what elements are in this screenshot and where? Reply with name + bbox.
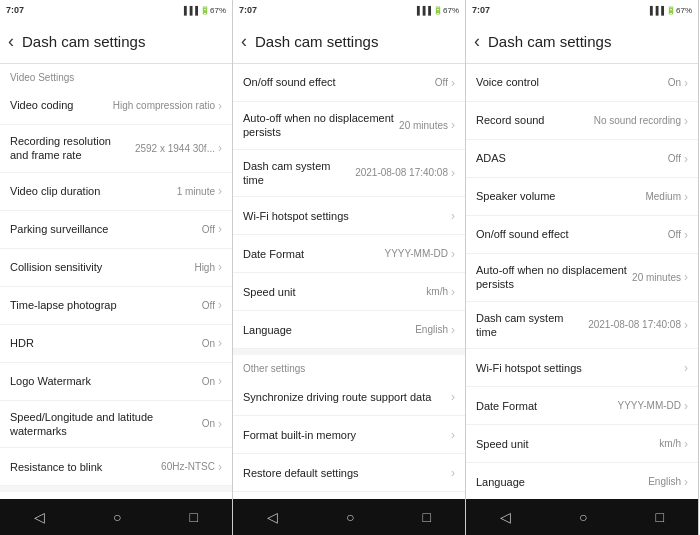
nav-recent-2[interactable]: □ <box>423 509 431 525</box>
list-item[interactable]: Logo Watermark On› <box>0 363 232 401</box>
section-label-system: System Settings <box>0 492 232 499</box>
nav-home-3[interactable]: ○ <box>579 509 587 525</box>
nav-back-3[interactable]: ◁ <box>500 509 511 525</box>
status-icons-3: ▐▐▐ 🔋67% <box>647 6 692 15</box>
list-item[interactable]: Wi-Fi hotspot settings › <box>466 349 698 387</box>
list-item[interactable]: On/off sound effect Off› <box>466 216 698 254</box>
nav-recent-3[interactable]: □ <box>656 509 664 525</box>
section-label-video: Video Settings <box>0 64 232 87</box>
nav-home-2[interactable]: ○ <box>346 509 354 525</box>
nav-bar-1: ◁ ○ □ <box>0 499 232 535</box>
list-item[interactable]: Resistance to blink 60Hz-NTSC› <box>0 448 232 486</box>
settings-list-3: Voice control On› Record sound No sound … <box>466 64 698 499</box>
list-item[interactable]: Voice control On› <box>466 64 698 102</box>
time-1: 7:07 <box>6 5 24 15</box>
back-button-1[interactable]: ‹ <box>8 31 14 52</box>
list-item[interactable]: Time-lapse photograp Off› <box>0 287 232 325</box>
back-button-2[interactable]: ‹ <box>241 31 247 52</box>
list-item[interactable]: Auto-off when no displacement persists 2… <box>466 254 698 302</box>
list-item[interactable]: Restore default settings › <box>233 454 465 492</box>
header-2: ‹ Dash cam settings <box>233 20 465 64</box>
nav-back-1[interactable]: ◁ <box>34 509 45 525</box>
list-item[interactable]: Recording resolution and frame rate 2592… <box>0 125 232 173</box>
nav-recent-1[interactable]: □ <box>190 509 198 525</box>
section-label-other-2: Other settings <box>233 355 465 378</box>
page-title-2: Dash cam settings <box>255 33 378 50</box>
settings-list-1: Video Settings Video coding High compres… <box>0 64 232 499</box>
nav-home-1[interactable]: ○ <box>113 509 121 525</box>
list-item[interactable]: ADAS Off› <box>466 140 698 178</box>
list-item[interactable]: Language English› <box>466 463 698 499</box>
list-item[interactable]: Speed unit km/h› <box>466 425 698 463</box>
list-item[interactable]: Date Format YYYY-MM-DD› <box>233 235 465 273</box>
nav-back-2[interactable]: ◁ <box>267 509 278 525</box>
list-item[interactable]: About › <box>233 492 465 499</box>
nav-bar-2: ◁ ○ □ <box>233 499 465 535</box>
list-item[interactable]: Record sound No sound recording› <box>466 102 698 140</box>
panel-1: 7:07 ▐▐▐ 🔋67% ‹ Dash cam settings Video … <box>0 0 233 535</box>
list-item[interactable]: Date Format YYYY-MM-DD› <box>466 387 698 425</box>
list-item[interactable]: Language English› <box>233 311 465 349</box>
list-item[interactable]: Dash cam system time 2021-08-08 17:40:08… <box>233 150 465 198</box>
list-item[interactable]: On/off sound effect Off› <box>233 64 465 102</box>
list-item[interactable]: Auto-off when no displacement persists 2… <box>233 102 465 150</box>
nav-bar-3: ◁ ○ □ <box>466 499 698 535</box>
time-2: 7:07 <box>239 5 257 15</box>
status-bar-2: 7:07 ▐▐▐ 🔋67% <box>233 0 465 20</box>
signal-icon-1: ▐▐▐ <box>181 6 198 15</box>
status-bar-3: 7:07 ▐▐▐ 🔋67% <box>466 0 698 20</box>
list-item[interactable]: Video coding High compression ratio› <box>0 87 232 125</box>
list-item[interactable]: Speaker volume Medium› <box>466 178 698 216</box>
list-item[interactable]: Speed unit km/h› <box>233 273 465 311</box>
list-item[interactable]: Parking surveillance Off› <box>0 211 232 249</box>
status-icons-2: ▐▐▐ 🔋67% <box>414 6 459 15</box>
panel-3: 7:07 ▐▐▐ 🔋67% ‹ Dash cam settings Voice … <box>466 0 699 535</box>
list-item[interactable]: Video clip duration 1 minute› <box>0 173 232 211</box>
header-1: ‹ Dash cam settings <box>0 20 232 64</box>
panel-2: 7:07 ▐▐▐ 🔋67% ‹ Dash cam settings On/off… <box>233 0 466 535</box>
settings-list-2: On/off sound effect Off› Auto-off when n… <box>233 64 465 499</box>
status-bar-1: 7:07 ▐▐▐ 🔋67% <box>0 0 232 20</box>
list-item[interactable]: HDR On› <box>0 325 232 363</box>
status-icons-1: ▐▐▐ 🔋67% <box>181 6 226 15</box>
list-item[interactable]: Dash cam system time 2021-08-08 17:40:08… <box>466 302 698 350</box>
signal-icon-2: ▐▐▐ <box>414 6 431 15</box>
battery-icon-3: 🔋67% <box>666 6 692 15</box>
page-title-1: Dash cam settings <box>22 33 145 50</box>
list-item[interactable]: Speed/Longitude and latitude watermarks … <box>0 401 232 449</box>
battery-icon-2: 🔋67% <box>433 6 459 15</box>
battery-icon-1: 🔋67% <box>200 6 226 15</box>
list-item[interactable]: Format built-in memory › <box>233 416 465 454</box>
signal-icon-3: ▐▐▐ <box>647 6 664 15</box>
header-3: ‹ Dash cam settings <box>466 20 698 64</box>
list-item[interactable]: Collision sensitivity High› <box>0 249 232 287</box>
time-3: 7:07 <box>472 5 490 15</box>
list-item[interactable]: Wi-Fi hotspot settings › <box>233 197 465 235</box>
page-title-3: Dash cam settings <box>488 33 611 50</box>
list-item[interactable]: Synchronize driving route support data › <box>233 378 465 416</box>
back-button-3[interactable]: ‹ <box>474 31 480 52</box>
